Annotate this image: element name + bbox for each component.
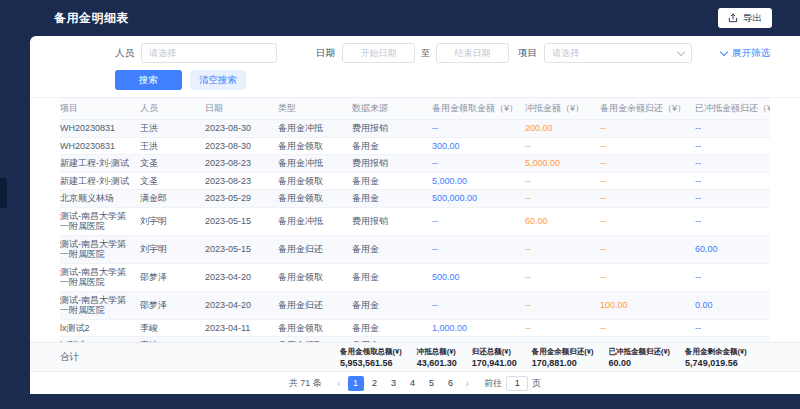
table-body: WH20230831王洪2023-08-30备用金冲抵费用报销--200.00-… bbox=[60, 120, 770, 343]
cell-date: 2023-05-29 bbox=[205, 190, 278, 208]
person-filter-input[interactable] bbox=[141, 43, 277, 63]
expand-filters-label: 展开筛选 bbox=[732, 47, 770, 60]
cell-source: 费用报销 bbox=[352, 155, 432, 173]
summary-item: 备用金剩余金额(¥)5,749,019.56 bbox=[685, 346, 747, 369]
chevron-down-icon bbox=[677, 47, 685, 55]
clear-search-button[interactable]: 清空搜索 bbox=[190, 70, 246, 90]
cell-date: 2023-08-30 bbox=[205, 137, 278, 155]
person-filter-label: 人员 bbox=[115, 47, 134, 60]
summary-item-value: 5,749,019.56 bbox=[685, 357, 747, 369]
cell-source: 费用报销 bbox=[352, 120, 432, 138]
project-filter-select[interactable]: 请选择 bbox=[544, 43, 692, 63]
cell-source: 备用金 bbox=[352, 190, 432, 208]
cell-project: 新建工程-刘-测试 bbox=[60, 172, 140, 190]
cell-project: WH20230831 bbox=[60, 137, 140, 155]
cell-source: 费用报销 bbox=[352, 207, 432, 235]
page-button-5[interactable]: 5 bbox=[424, 376, 440, 391]
column-header: 冲抵金额（¥） bbox=[525, 98, 600, 120]
summary-item-value: 60.00 bbox=[608, 357, 670, 369]
cell-offset: -- bbox=[525, 137, 600, 155]
table-row: WH20230831王洪2023-08-30备用金领取备用金300.00----… bbox=[60, 137, 770, 155]
cell-received: 500.00 bbox=[432, 263, 525, 291]
filter-section: 人员 日期 至 项目 请选择 展开筛选 搜索 bbox=[30, 36, 800, 98]
page-button-4[interactable]: 4 bbox=[405, 376, 421, 391]
cell-project: 测试-南昌大学第一附属医院 bbox=[60, 263, 140, 291]
summary-items: 备用金领取总额(¥)5,953,561.56冲抵总额(¥)43,601.30归还… bbox=[340, 346, 747, 369]
project-filter: 项目 请选择 bbox=[518, 43, 692, 63]
cell-date: 2023-05-15 bbox=[205, 235, 278, 263]
column-header: 人员 bbox=[140, 98, 205, 120]
cell-type: 备用金领取 bbox=[278, 319, 352, 337]
next-page-button[interactable]: › bbox=[464, 378, 472, 389]
summary-item: 已冲抵金额归还(¥)60.00 bbox=[608, 346, 670, 369]
cell-source: 备用金 bbox=[352, 319, 432, 337]
person-filter: 人员 bbox=[115, 43, 277, 63]
pagination-total: 共 71 条 bbox=[289, 377, 322, 390]
cell-offset_return: -- bbox=[695, 263, 770, 291]
table-row: lx测试2李峻2023-04-11备用金领取备用金1,000.00------ bbox=[60, 319, 770, 337]
filter-row: 人员 日期 至 项目 请选择 展开筛选 bbox=[60, 42, 770, 64]
cell-balance_return: -- bbox=[600, 155, 695, 173]
cell-received: -- bbox=[432, 291, 525, 319]
cell-date: 2023-04-20 bbox=[205, 263, 278, 291]
cell-received: -- bbox=[432, 207, 525, 235]
cell-offset: -- bbox=[525, 291, 600, 319]
page-button-1[interactable]: 1 bbox=[348, 376, 364, 391]
column-header: 备用金领取金额（¥） bbox=[432, 98, 525, 120]
cell-offset: 60.00 bbox=[525, 207, 600, 235]
goto-page-input[interactable] bbox=[506, 376, 528, 391]
column-header: 项目 bbox=[60, 98, 140, 120]
cell-date: 2023-08-30 bbox=[205, 120, 278, 138]
summary-item: 备用金余额归还(¥)170,881.00 bbox=[532, 346, 594, 369]
sidebar-collapse-handle[interactable] bbox=[0, 178, 7, 208]
cell-project: lx测试2 bbox=[60, 319, 140, 337]
export-button[interactable]: 导出 bbox=[718, 8, 772, 28]
cell-offset: -- bbox=[525, 190, 600, 208]
summary-item-value: 170,881.00 bbox=[532, 357, 594, 369]
table-row: WH20230831王洪2023-08-30备用金冲抵费用报销--200.00-… bbox=[60, 120, 770, 138]
data-table: 项目人员日期类型数据来源备用金领取金额（¥）冲抵金额（¥）备用金余额归还（¥）已… bbox=[30, 98, 800, 342]
cell-source: 备用金 bbox=[352, 172, 432, 190]
summary-item-label: 备用金领取总额(¥) bbox=[340, 346, 402, 357]
page-button-6[interactable]: 6 bbox=[443, 376, 459, 391]
page-button-2[interactable]: 2 bbox=[367, 376, 383, 391]
prev-page-button[interactable]: ‹ bbox=[335, 378, 343, 389]
cell-offset_return: 60.00 bbox=[695, 235, 770, 263]
summary-item: 归还总额(¥)170,941.00 bbox=[472, 346, 517, 369]
cell-person: 文圣 bbox=[140, 172, 205, 190]
date-start-input[interactable] bbox=[342, 43, 415, 63]
table-row: 测试-南昌大学第一附属医院刘宇明2023-05-15备用金归还备用金------… bbox=[60, 235, 770, 263]
cell-balance_return: -- bbox=[600, 207, 695, 235]
column-header: 数据来源 bbox=[352, 98, 432, 120]
date-end-input[interactable] bbox=[436, 43, 509, 63]
cell-received: -- bbox=[432, 235, 525, 263]
summary-item-value: 170,941.00 bbox=[472, 357, 517, 369]
summary-item-value: 5,953,561.56 bbox=[340, 357, 402, 369]
cell-source: 备用金 bbox=[352, 235, 432, 263]
cell-offset_return: -- bbox=[695, 319, 770, 337]
cell-offset_return: -- bbox=[695, 155, 770, 173]
cell-person: 邵梦泽 bbox=[140, 291, 205, 319]
expand-filters-link[interactable]: 展开筛选 bbox=[721, 47, 770, 60]
column-header: 已冲抵金额归还（¥） bbox=[695, 98, 770, 120]
cell-person: 满金郎 bbox=[140, 190, 205, 208]
page-button-3[interactable]: 3 bbox=[386, 376, 402, 391]
table-row: 测试-南昌大学第一附属医院邵梦泽2023-04-20备用金归还备用金----10… bbox=[60, 291, 770, 319]
cell-person: 刘宇明 bbox=[140, 235, 205, 263]
cell-received: 500,000.00 bbox=[432, 190, 525, 208]
expand-chevron-icon bbox=[720, 47, 728, 55]
cell-source: 备用金 bbox=[352, 137, 432, 155]
main-panel: 人员 日期 至 项目 请选择 展开筛选 搜索 bbox=[30, 36, 800, 394]
cell-type: 备用金领取 bbox=[278, 137, 352, 155]
date-range-separator: 至 bbox=[421, 47, 430, 60]
search-button[interactable]: 搜索 bbox=[115, 70, 182, 90]
column-header: 类型 bbox=[278, 98, 352, 120]
cell-balance_return: -- bbox=[600, 235, 695, 263]
cell-type: 备用金领取 bbox=[278, 190, 352, 208]
cell-date: 2023-04-11 bbox=[205, 319, 278, 337]
cell-offset: -- bbox=[525, 319, 600, 337]
cell-balance_return: -- bbox=[600, 172, 695, 190]
cell-offset_return: -- bbox=[695, 120, 770, 138]
cell-source: 备用金 bbox=[352, 291, 432, 319]
cell-person: 刘宇明 bbox=[140, 207, 205, 235]
